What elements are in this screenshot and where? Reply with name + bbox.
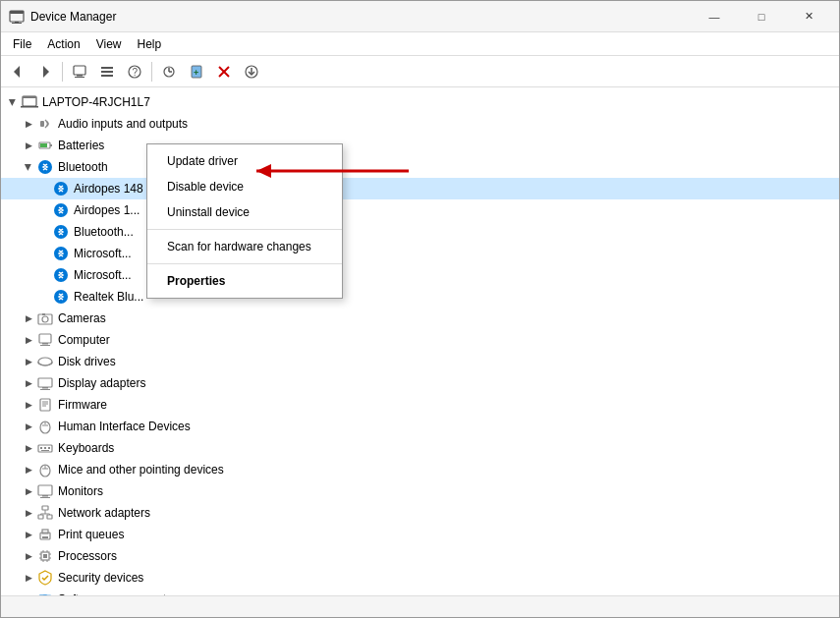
tree-item-printqueues[interactable]: ▶ Print queues <box>1 524 839 545</box>
tree-item-keyboards[interactable]: ▶ Keyboards <box>1 437 839 459</box>
expand-hid[interactable]: ▶ <box>21 419 36 434</box>
expand-monitors[interactable]: ▶ <box>21 483 36 499</box>
install-button[interactable]: + <box>184 59 209 84</box>
tree-item-microsoft1[interactable]: ▶ Microsoft... <box>1 243 839 264</box>
expand-softwarecomp[interactable]: ▶ <box>21 591 36 595</box>
svg-rect-10 <box>101 71 113 73</box>
tree-item-monitors[interactable]: ▶ Monitors <box>1 480 839 502</box>
device-tree[interactable]: ▶ LAPTOP-4RJCH1L7 ▶ <box>1 87 839 595</box>
expand-batteries[interactable]: ▶ <box>21 138 36 153</box>
expand-processors[interactable]: ▶ <box>21 548 36 564</box>
ctx-scan-hardware[interactable]: Scan for hardware changes <box>147 234 342 259</box>
expand-displayadapters[interactable]: ▶ <box>21 375 36 391</box>
tree-item-softwarecomp[interactable]: ▶ Software components <box>1 589 839 595</box>
softwarecomp-label: Software components <box>58 592 172 595</box>
expand-diskdrives[interactable]: ▶ <box>21 354 36 369</box>
bluetooth-label: Bluetooth <box>58 160 108 174</box>
close-button[interactable]: ✕ <box>786 1 831 32</box>
svg-rect-25 <box>21 106 38 108</box>
tree-item-security[interactable]: ▶ Security devices <box>1 567 839 589</box>
tree-item-cameras[interactable]: ▶ Cameras <box>1 308 839 329</box>
realtek-label: Realtek Blu... <box>74 290 143 304</box>
tree-item-hid[interactable]: ▶ Human Interface Devices <box>1 416 839 437</box>
security-label: Security devices <box>58 571 143 585</box>
keyboards-icon <box>36 439 54 457</box>
ctx-update-driver[interactable]: Update driver <box>147 148 342 174</box>
tree-item-mice[interactable]: ▶ Mice and other pointing devices <box>1 459 839 480</box>
forward-button[interactable] <box>32 59 58 84</box>
ctx-uninstall-device[interactable]: Uninstall device <box>147 199 342 225</box>
svg-rect-64 <box>38 485 52 495</box>
mice-icon <box>36 461 54 478</box>
scan-button[interactable] <box>156 59 182 84</box>
menu-file[interactable]: File <box>5 33 39 55</box>
tree-item-microsoft2[interactable]: ▶ Microsoft... <box>1 264 839 286</box>
window-icon <box>9 9 25 25</box>
svg-point-38 <box>42 316 48 322</box>
expand-keyboards[interactable]: ▶ <box>21 440 36 456</box>
expand-firmware[interactable]: ▶ <box>21 397 36 413</box>
tree-item-processors[interactable]: ▶ Processors <box>1 545 839 567</box>
cameras-icon <box>36 309 54 327</box>
view-computer-button[interactable] <box>67 59 92 84</box>
back-button[interactable] <box>5 59 30 84</box>
expand-computer[interactable]: ▶ <box>21 332 36 348</box>
security-icon <box>36 569 54 587</box>
menu-action[interactable]: Action <box>39 33 87 55</box>
expand-bluetooth[interactable]: ▶ <box>21 159 36 175</box>
device-manager-window: Device Manager — □ ✕ File Action View He… <box>0 0 840 618</box>
tree-item-laptop[interactable]: ▶ LAPTOP-4RJCH1L7 <box>1 91 839 113</box>
tree-item-realtek[interactable]: ▶ Realtek Blu... <box>1 286 839 308</box>
softwarecomp-icon <box>36 590 54 595</box>
svg-rect-28 <box>50 144 52 146</box>
expand-network[interactable]: ▶ <box>21 505 36 521</box>
expand-printqueues[interactable]: ▶ <box>21 527 36 542</box>
tree-item-airdopes1[interactable]: ▶ Airdopes 1... <box>1 199 839 221</box>
svg-rect-3 <box>15 22 19 24</box>
maximize-button[interactable]: □ <box>739 1 784 32</box>
help-button[interactable]: ? <box>122 59 147 84</box>
tree-item-airdopes148[interactable]: ▶ Airdopes 148 <box>1 178 839 199</box>
keyboards-label: Keyboards <box>58 441 114 455</box>
minimize-button[interactable]: — <box>692 1 737 32</box>
tree-item-batteries[interactable]: ▶ Batteries <box>1 135 839 156</box>
menu-help[interactable]: Help <box>130 33 170 55</box>
audio-icon <box>36 115 54 133</box>
svg-rect-8 <box>75 77 84 78</box>
tree-item-audio[interactable]: ▶ Audio inputs and outputs <box>1 113 839 135</box>
download-button[interactable] <box>239 59 264 84</box>
tree-item-bluetooth[interactable]: ▶ Bluetooth <box>1 156 839 178</box>
tree-item-computer[interactable]: ▶ Computer <box>1 329 839 351</box>
svg-marker-5 <box>43 66 49 78</box>
expand-laptop[interactable]: ▶ <box>5 94 21 110</box>
ctx-disable-device[interactable]: Disable device <box>147 174 342 199</box>
svg-rect-58 <box>44 447 46 449</box>
tree-item-diskdrives[interactable]: ▶ Disk drives <box>1 351 839 372</box>
diskdrives-label: Disk drives <box>58 355 116 368</box>
uninstall-button[interactable] <box>211 59 237 84</box>
svg-point-31 <box>54 182 68 196</box>
hid-icon <box>36 418 54 435</box>
network-icon <box>36 504 54 522</box>
tree-item-firmware[interactable]: ▶ Firmware <box>1 394 839 416</box>
monitors-label: Monitors <box>58 484 103 498</box>
svg-rect-46 <box>38 378 52 387</box>
svg-rect-47 <box>42 387 48 389</box>
tree-item-network[interactable]: ▶ Network adapters <box>1 502 839 524</box>
expand-security[interactable]: ▶ <box>21 570 36 586</box>
tree-item-bluetooth2[interactable]: ▶ Bluetooth... <box>1 221 839 243</box>
svg-rect-78 <box>43 554 47 558</box>
printqueues-label: Print queues <box>58 528 124 541</box>
ctx-properties[interactable]: Properties <box>147 268 342 294</box>
svg-point-32 <box>54 203 68 217</box>
diskdrives-icon <box>36 353 54 370</box>
displayadapters-label: Display adapters <box>58 376 145 390</box>
computer-icon <box>36 331 54 349</box>
menu-view[interactable]: View <box>88 33 130 55</box>
tree-item-displayadapters[interactable]: ▶ Display adapters <box>1 372 839 394</box>
list-button[interactable] <box>94 59 120 84</box>
expand-audio[interactable]: ▶ <box>21 116 36 132</box>
svg-rect-76 <box>42 536 48 538</box>
expand-cameras[interactable]: ▶ <box>21 310 36 326</box>
expand-mice[interactable]: ▶ <box>21 462 36 478</box>
